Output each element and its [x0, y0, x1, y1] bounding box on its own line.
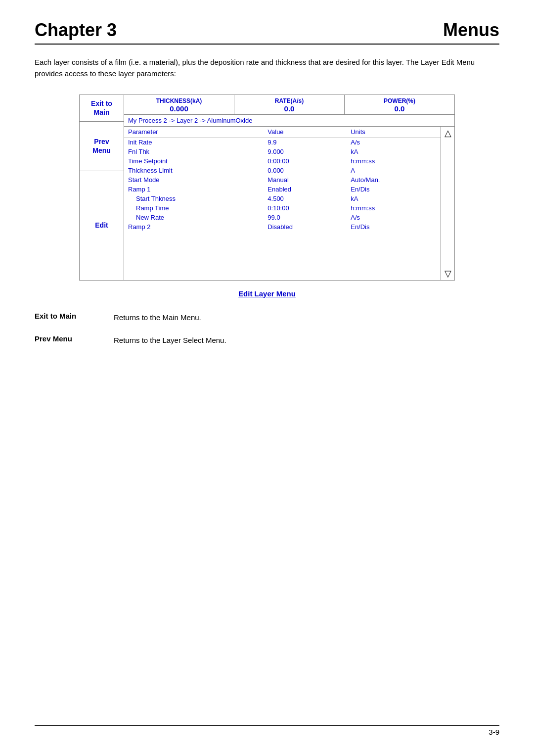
param-name: Time Setpoint: [124, 156, 264, 166]
thickness-label: THICKNESS(kA): [126, 97, 232, 104]
power-value: 0.0: [347, 104, 452, 113]
param-name: Start Mode: [124, 175, 264, 185]
param-value: 9.9: [264, 137, 347, 147]
col-header-value: Value: [264, 127, 347, 138]
chapter-title: Chapter 3: [35, 20, 117, 41]
intro-paragraph: Each layer consists of a film (i.e. a ma…: [35, 56, 499, 80]
rate-label: RATE(A/s): [236, 97, 342, 104]
param-value: Manual: [264, 175, 347, 185]
status-thickness: THICKNESS(kA) 0.000: [124, 95, 234, 114]
param-name: Ramp 1: [124, 185, 264, 194]
param-units: En/Dis: [347, 185, 441, 194]
screen-container: Exit toMain PrevMenu Edit THICKNESS(kA) …: [79, 94, 455, 281]
table-row[interactable]: Init Rate9.9A/s: [124, 137, 441, 147]
softkey-exit-to-main[interactable]: Exit toMain: [80, 95, 124, 122]
param-units: A/s: [347, 137, 441, 147]
desc-text: Returns to the Layer Select Menu.: [114, 334, 499, 357]
desc-row-prev-menu: Prev MenuReturns to the Layer Select Men…: [35, 334, 499, 357]
desc-row-exit-to-main: Exit to MainReturns to the Main Menu.: [35, 312, 499, 334]
page-footer: 3-9: [35, 725, 499, 736]
softkey-prev-menu[interactable]: PrevMenu: [80, 122, 124, 171]
scroll-down-arrow[interactable]: ▽: [445, 269, 451, 278]
scroll-column: △ ▽: [441, 127, 454, 280]
param-value: 0:00:00: [264, 156, 347, 166]
page-header: Chapter 3 Menus: [35, 20, 499, 45]
param-name: New Rate: [124, 213, 264, 222]
col-header-parameter: Parameter: [124, 127, 264, 138]
rate-value: 0.0: [236, 104, 342, 113]
table-row[interactable]: Start Thkness4.500kA: [124, 194, 441, 203]
param-units: A: [347, 166, 441, 175]
status-rate: RATE(A/s) 0.0: [234, 95, 345, 114]
descriptions-table: Exit to MainReturns to the Main Menu.Pre…: [35, 312, 499, 357]
param-value: 0:10:00: [264, 203, 347, 213]
param-units: Auto/Man.: [347, 175, 441, 185]
param-units: kA: [347, 194, 441, 203]
scroll-up-arrow[interactable]: △: [445, 129, 451, 138]
page-number: 3-9: [489, 728, 499, 736]
param-units: En/Dis: [347, 222, 441, 232]
param-value: 0.000: [264, 166, 347, 175]
param-units: A/s: [347, 213, 441, 222]
power-label: POWER(%): [347, 97, 452, 104]
thickness-value: 0.000: [126, 104, 232, 113]
status-power: POWER(%) 0.0: [345, 95, 454, 114]
param-value: Disabled: [264, 222, 347, 232]
param-units: h:mm:ss: [347, 203, 441, 213]
param-name: Ramp Time: [124, 203, 264, 213]
table-row[interactable]: Time Setpoint0:00:00h:mm:ss: [124, 156, 441, 166]
screen-caption: Edit Layer Menu: [35, 289, 499, 298]
table-row[interactable]: Start ModeManualAuto/Man.: [124, 175, 441, 185]
table-row[interactable]: New Rate99.0A/s: [124, 213, 441, 222]
softkey-column: Exit toMain PrevMenu Edit: [80, 95, 124, 280]
main-screen: THICKNESS(kA) 0.000 RATE(A/s) 0.0 POWER(…: [124, 95, 454, 280]
param-units: kA: [347, 147, 441, 156]
param-name: Init Rate: [124, 137, 264, 147]
desc-label: Prev Menu: [35, 334, 114, 357]
desc-label: Exit to Main: [35, 312, 114, 334]
table-row[interactable]: Fnl Thk9.000kA: [124, 147, 441, 156]
table-row[interactable]: Ramp 2DisabledEn/Dis: [124, 222, 441, 232]
process-path: My Process 2 -> Layer 2 -> AluminumOxide: [124, 115, 454, 127]
table-row[interactable]: Ramp Time0:10:00h:mm:ss: [124, 203, 441, 213]
status-bar: THICKNESS(kA) 0.000 RATE(A/s) 0.0 POWER(…: [124, 95, 454, 115]
menus-title: Menus: [443, 20, 499, 41]
screen-wrapper: Exit toMain PrevMenu Edit THICKNESS(kA) …: [35, 94, 499, 281]
param-units: h:mm:ss: [347, 156, 441, 166]
param-name: Fnl Thk: [124, 147, 264, 156]
parameter-table: Parameter Value Units Init Rate9.9A/sFnl…: [124, 127, 441, 232]
param-name: Ramp 2: [124, 222, 264, 232]
table-with-scroll: Parameter Value Units Init Rate9.9A/sFnl…: [124, 127, 454, 280]
param-value: Enabled: [264, 185, 347, 194]
desc-text: Returns to the Main Menu.: [114, 312, 499, 334]
param-name: Thickness Limit: [124, 166, 264, 175]
param-value: 9.000: [264, 147, 347, 156]
table-area: Parameter Value Units Init Rate9.9A/sFnl…: [124, 127, 441, 280]
table-row[interactable]: Ramp 1EnabledEn/Dis: [124, 185, 441, 194]
table-row[interactable]: Thickness Limit0.000A: [124, 166, 441, 175]
softkey-edit[interactable]: Edit: [80, 171, 124, 280]
param-name: Start Thkness: [124, 194, 264, 203]
param-value: 4.500: [264, 194, 347, 203]
col-header-units: Units: [347, 127, 441, 138]
param-value: 99.0: [264, 213, 347, 222]
